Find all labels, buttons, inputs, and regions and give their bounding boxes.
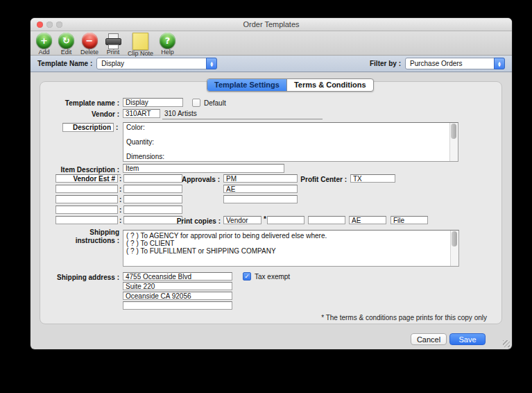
grid-colon: : (119, 175, 121, 183)
template-name-dropdown[interactable]: Display ▲▼ (96, 58, 217, 69)
toolbar-item-label: Edit (61, 49, 72, 56)
shipping-address-line-1[interactable] (123, 272, 232, 281)
grid-colon: : (119, 206, 121, 215)
tax-exempt-label: Tax exempt (255, 273, 290, 281)
print-copies-input-4[interactable] (349, 216, 386, 224)
sticky-note-icon (132, 33, 148, 50)
filter-by-label: Filter by : (370, 60, 401, 67)
selector-bar: Template Name : Display ▲▼ Filter by : P… (31, 56, 512, 72)
desktop: Order Templates + Add ↻ Edit − Delete Pr… (0, 0, 532, 393)
stepper-arrows-icon: ▲▼ (206, 58, 217, 69)
description-label-box: Description (62, 123, 114, 132)
print-copies-input-3[interactable] (308, 216, 345, 224)
template-name-label: Template Name : (37, 60, 92, 67)
print-copies-input-2[interactable] (267, 216, 304, 224)
toolbar-item-label: Delete (80, 49, 98, 56)
vendor-code-input[interactable] (123, 109, 160, 118)
resize-grip[interactable] (503, 340, 510, 347)
tab-template-settings[interactable]: Template Settings (207, 79, 286, 91)
tab-bar: Template Settings Terms & Conditions (207, 78, 374, 92)
grid-label-box-3 (55, 195, 118, 203)
shipping-address-line-3[interactable] (123, 292, 232, 300)
minimize-button[interactable] (46, 22, 53, 28)
shipping-address-line-2[interactable] (123, 282, 232, 290)
tab-terms-conditions[interactable]: Terms & Conditions (286, 79, 373, 91)
titlebar: Order Templates (31, 18, 512, 31)
tax-exempt-checkbox[interactable]: ✓ (243, 272, 251, 281)
default-checkbox[interactable] (192, 99, 200, 107)
shipping-instructions-scrollbar-thumb[interactable] (452, 231, 457, 246)
clip-note-button[interactable]: Clip Note (128, 33, 153, 57)
description-scrollbar-thumb[interactable] (451, 124, 456, 139)
vendor-est-input-2[interactable] (123, 185, 182, 193)
toolbar-item-label: Help (161, 49, 174, 56)
help-icon: ? (160, 33, 175, 49)
vendor-field-label: Vendor : (37, 110, 119, 119)
shipping-instructions-label: Shipping instructions : (51, 228, 119, 245)
description-scrollbar[interactable] (449, 123, 458, 161)
delete-icon: − (82, 33, 98, 49)
profit-center-input[interactable] (350, 174, 395, 183)
print-copies-input-5[interactable] (391, 216, 428, 224)
zoom-button[interactable] (56, 22, 62, 28)
delete-button[interactable]: − Delete (80, 33, 98, 56)
template-name-input[interactable] (123, 98, 183, 107)
grid-colon: : (119, 196, 121, 204)
edit-button[interactable]: ↻ Edit (58, 33, 74, 56)
grid-colon: : (119, 217, 121, 225)
toolbar: + Add ↻ Edit − Delete Print Clip Note (31, 31, 512, 56)
window-title: Order Templates (31, 18, 512, 31)
description-colon: : (116, 124, 118, 132)
filter-by-dropdown-value: Purchase Orders (410, 60, 463, 67)
add-button[interactable]: + Add (36, 33, 52, 56)
approvals-input-2[interactable] (223, 185, 298, 193)
print-copies-label: Print copies : (155, 217, 221, 226)
filter-by-dropdown[interactable]: Purchase Orders ▲▼ (405, 58, 505, 69)
shipping-address-line-4[interactable] (123, 301, 232, 310)
close-button[interactable] (37, 22, 43, 28)
item-description-input[interactable] (123, 164, 284, 173)
description-textarea[interactable]: Color: Quantity: Dimensions: (123, 122, 458, 162)
print-copies-asterisk: * (264, 215, 266, 223)
grid-label-box-5 (55, 216, 118, 224)
shipping-instructions-scrollbar[interactable] (450, 231, 458, 266)
approvals-label: Approvals : (155, 176, 220, 184)
edit-icon: ↻ (58, 33, 74, 49)
shipping-instructions-textarea[interactable]: ( ? ) To AGENCY for approval prior to be… (123, 230, 459, 267)
stepper-arrows-icon: ▲▼ (494, 58, 505, 69)
template-name-dropdown-value: Display (101, 60, 124, 67)
toolbar-item-label: Add (38, 49, 49, 56)
cancel-button[interactable]: Cancel (411, 333, 447, 345)
shipping-address-label: Shipping address : (37, 274, 119, 282)
item-description-label: Item Description : (37, 166, 119, 174)
print-button[interactable]: Print (105, 33, 121, 56)
vendor-est-input-3[interactable] (123, 195, 182, 203)
profit-center-label: Profit Center : (280, 176, 347, 184)
print-copies-input-1[interactable] (223, 216, 261, 224)
grid-label-box-2 (55, 185, 118, 193)
toolbar-item-label: Print (107, 49, 120, 56)
window-controls (37, 22, 62, 28)
printer-icon (105, 33, 121, 49)
order-templates-window: Order Templates + Add ↻ Edit − Delete Pr… (31, 18, 512, 349)
default-checkbox-label: Default (204, 99, 226, 108)
save-button[interactable]: Save (449, 333, 486, 345)
vendor-est-input-4[interactable] (123, 206, 182, 214)
approvals-input-3[interactable] (223, 195, 298, 203)
terms-footnote: * The terms & conditions page prints for… (301, 314, 487, 321)
grid-colon: : (119, 185, 121, 194)
add-icon: + (36, 33, 52, 49)
vendor-name-text: 310 Artists (162, 110, 323, 119)
toolbar-item-label: Clip Note (128, 51, 153, 57)
vendor-est-label-box: Vendor Est # (55, 174, 118, 183)
help-button[interactable]: ? Help (160, 33, 175, 56)
grid-label-box-4 (55, 206, 118, 214)
template-name-field-label: Template name : (37, 99, 119, 108)
